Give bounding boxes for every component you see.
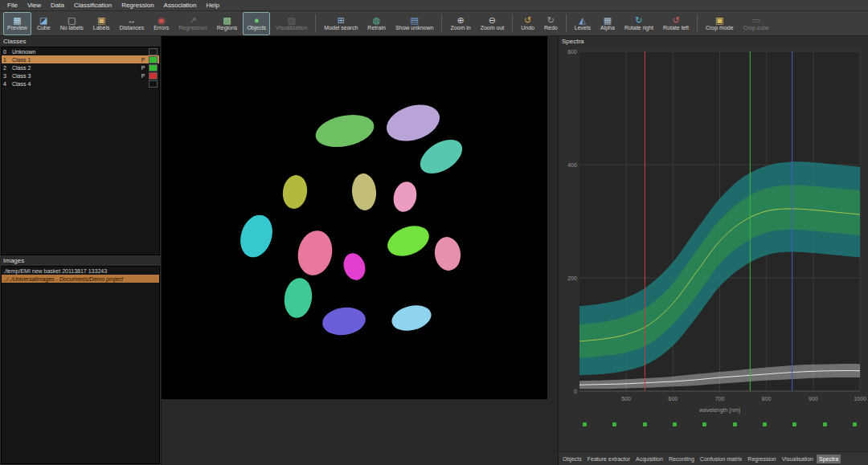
menu-view[interactable]: View [23,1,45,10]
toolbar-button-label: Regression [178,25,207,31]
toolbar-button-label: Rotate right [624,25,653,31]
segmented-object-5[interactable] [350,173,377,211]
redo-icon: ↻ [547,15,555,25]
segmented-object-8[interactable] [294,227,337,279]
toolbar-button-zoom-in[interactable]: ⊕Zoom in [446,12,474,35]
visualization-icon: ▨ [288,15,296,25]
spectra-chart[interactable]: 50060070080090010000200400600wavelength … [559,47,868,420]
toolbar-button-crop-cube[interactable]: ▭Crop cube [739,12,773,35]
segmented-object-10[interactable] [432,235,463,272]
tab-feature-extractor[interactable]: Feature extractor [585,455,633,463]
tab-spectra[interactable]: Spectra [817,455,841,463]
toolbar-button-label: Crop mode [706,25,734,31]
tab-visualisation[interactable]: Visualisation [780,455,816,463]
spectra-panel: Spectra 50060070080090010000200400600wav… [558,36,868,465]
class-row-class-1[interactable]: 1Class 1P [2,55,159,63]
class-index: 4 [3,81,10,87]
toolbar-button-show-unknown[interactable]: ▤Show unknown [391,12,437,35]
classes-panel-title: Classes [0,36,161,47]
class-row-class-3[interactable]: 3Class 3P [2,71,159,80]
segmented-object-9[interactable] [383,220,434,262]
image-row-1[interactable]: ./temp/EMI new basket 20113817 133243 [2,267,159,275]
regression-icon: ↗ [189,15,196,25]
segmented-object-11[interactable] [340,251,368,283]
toolbar-button-redo[interactable]: ↻Redo [540,12,562,35]
toolbar-button-alpha[interactable]: ▦Alpha [596,12,619,35]
toolbar-button-label: Redo [544,25,558,31]
class-name: Class 4 [12,81,137,87]
class-color-swatch [149,80,158,88]
toolbar-button-undo[interactable]: ↺Undo [517,12,538,35]
segmented-object-12[interactable] [282,276,315,320]
class-index: 0 [3,49,10,55]
toolbar-button-rotate-right[interactable]: ↻Rotate right [620,12,657,35]
toolbar-button-retrain[interactable]: ◍Retrain [363,12,390,35]
toolbar-button-levels[interactable]: ◭Levels [571,12,595,35]
menu-classification[interactable]: Classification [70,1,116,10]
toolbar-button-regions[interactable]: ▩Regions [213,12,242,35]
toolbar-button-label: Errors [154,25,169,31]
distances-icon: ↔ [127,15,136,25]
no-labels-icon: ▢ [68,15,76,25]
retrain-icon: ◍ [373,15,381,25]
bottom-tab-bar: ObjectsFeature extractorAcquisitionRecor… [559,451,868,465]
left-panel: Classes 0Unknown1Class 1P2Class 2P3Class… [0,36,162,465]
y-tick-label: 200 [567,275,577,281]
toolbar-button-regression[interactable]: ↗Regression [174,12,211,35]
toolbar-button-labels[interactable]: ▣Labels [89,12,114,35]
toolbar-button-zoom-out[interactable]: ⊖Zoom out [477,12,509,35]
segmented-object-13[interactable] [321,304,367,337]
toolbar-button-label: Zoom out [481,25,505,31]
tab-regression[interactable]: Regression [745,455,778,463]
toolbar-button-cube[interactable]: ◪Cube [33,12,55,35]
objects-icon: ● [254,15,260,25]
toolbar-button-crop-mode[interactable]: ▣Crop mode [702,12,738,35]
toolbar-button-objects[interactable]: ●Objects [243,12,270,35]
objects-canvas[interactable] [162,36,547,399]
toolbar-button-label: Levels [575,25,591,31]
menu-data[interactable]: Data [47,1,68,10]
class-row-class-2[interactable]: 2Class 2P [2,63,159,71]
x-tick-label: 800 [762,396,772,402]
tab-acquisition[interactable]: Acquisition [633,455,665,463]
menu-regression[interactable]: Regression [117,1,158,10]
tab-recording[interactable]: Recording [666,455,697,463]
image-row-2[interactable]: ../../UniversalImages - Documents/Demo p… [2,275,159,283]
toolbar-button-distances[interactable]: ↔Distances [115,12,148,35]
x-tick-label: 500 [621,396,631,402]
toolbar-button-rotate-left[interactable]: ↺Rotate left [659,12,693,35]
toolbar-button-label: Retrain [367,25,386,31]
toolbar-separator [315,14,316,32]
tab-confusion-matrix[interactable]: Confusion matrix [698,455,745,463]
toolbar-button-no-labels[interactable]: ▢No labels [56,12,88,35]
segmented-object-14[interactable] [389,301,434,334]
undo-icon: ↺ [524,15,531,25]
segmented-object-4[interactable] [280,173,309,210]
zoom-in-icon: ⊕ [457,15,464,25]
menu-association[interactable]: Association [160,1,201,10]
x-axis-title: wavelength [nm] [698,407,740,414]
segmented-object-6[interactable] [391,179,420,214]
segmented-object-2[interactable] [382,99,444,148]
class-name: Unknown [12,49,137,55]
toolbar-button-preview[interactable]: ▦Preview [3,12,31,35]
segmented-object-7[interactable] [235,210,278,261]
menu-file[interactable]: File [3,1,22,10]
toolbar-button-errors[interactable]: ◉Errors [149,12,173,35]
class-index: 2 [3,65,10,71]
tab-objects[interactable]: Objects [560,455,584,463]
toolbar-button-visualization[interactable]: ▨Visualization [272,12,311,35]
images-list: ./temp/EMI new basket 20113817 133243../… [1,266,160,464]
class-name: Class 3 [12,73,137,79]
menu-help[interactable]: Help [203,1,223,10]
class-row-class-4[interactable]: 4Class 4 [2,80,159,88]
toolbar-button-model-search[interactable]: ⊞Model search [320,12,362,35]
x-tick-label: 900 [809,396,818,402]
segmented-object-3[interactable] [414,133,468,181]
crop-mode-icon: ▣ [715,15,723,25]
class-row-unknown[interactable]: 0Unknown [2,47,159,55]
class-name: Class 1 [12,57,137,63]
zoom-out-icon: ⊖ [489,15,496,25]
toolbar-button-label: Show unknown [395,25,433,31]
segmented-object-1[interactable] [313,110,377,153]
